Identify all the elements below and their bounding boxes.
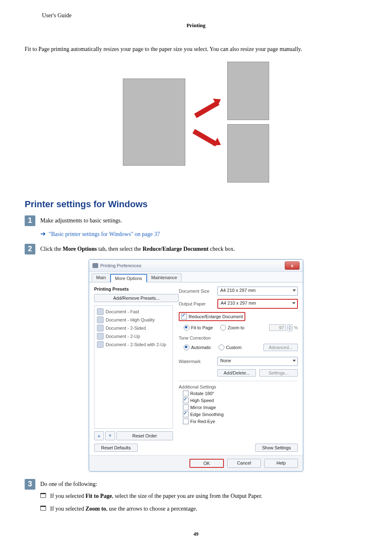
preset-icon xyxy=(97,341,104,348)
zoom-to-radio[interactable]: Zoom to xyxy=(220,325,244,331)
tone-automatic-radio[interactable]: Automatic xyxy=(184,345,211,350)
radio-icon xyxy=(219,345,224,350)
reset-order-button[interactable]: Reset Order xyxy=(116,431,173,440)
close-icon: x xyxy=(291,263,293,268)
watermark-label: Watermark xyxy=(179,359,214,364)
checkbox-icon xyxy=(181,314,187,319)
checkbox-icon xyxy=(183,398,189,403)
header-center: Printing xyxy=(25,22,367,29)
output-paper-label: Output Paper xyxy=(179,301,214,306)
printing-presets-label: Printing Presets xyxy=(94,287,173,291)
tab-more-options[interactable]: More Options xyxy=(110,274,147,282)
page-number: 49 xyxy=(25,531,367,537)
reduce-enlarge-checkbox[interactable]: Reduce/Enlarge Document xyxy=(179,312,245,321)
preset-list[interactable]: Document - Fast Document - High Quality … xyxy=(94,305,173,429)
step-2-text: Click the More Options tab, then select … xyxy=(40,244,235,253)
step-2-badge: 2 xyxy=(25,244,35,254)
step-1-text: Make adjustments to basic settings. xyxy=(40,216,160,225)
add-delete-button[interactable]: Add/Delete... xyxy=(217,369,256,377)
zoom-stepper[interactable]: ▲ ▼ xyxy=(287,324,293,331)
dialog-title: Printing Preferences xyxy=(100,263,141,268)
mirror-image-checkbox[interactable]: Mirror Image xyxy=(183,405,298,410)
checkbox-icon xyxy=(183,405,189,410)
section-title: Printer settings for Windows xyxy=(25,199,367,210)
illustration-small-stack xyxy=(227,62,269,183)
illustration-small-photo-2 xyxy=(227,124,269,183)
resize-illustration xyxy=(25,62,367,183)
step-3-text: Do one of the following: xyxy=(40,480,262,488)
watermark-select[interactable]: None xyxy=(217,357,298,366)
tab-maintenance[interactable]: Maintenance xyxy=(147,273,182,282)
radio-icon xyxy=(184,325,189,331)
move-up-button[interactable]: ▲ xyxy=(94,431,104,440)
close-button[interactable]: x xyxy=(285,261,300,270)
checkbox-icon xyxy=(183,419,189,424)
radio-icon xyxy=(184,345,189,350)
step-3-item-2: If you selected Zoom to, use the arrows … xyxy=(40,504,262,513)
output-paper-select[interactable]: A4 210 x 297 mm xyxy=(217,299,298,309)
preset-icon xyxy=(97,325,104,331)
zoom-unit-label: % xyxy=(294,325,298,330)
checkbox-icon xyxy=(183,412,189,417)
reset-defaults-button[interactable]: Reset Defaults xyxy=(94,444,138,452)
step-3-item-1: If you selected Fit to Page, select the … xyxy=(40,492,262,500)
intro-text: Fit to Page printing automatically resiz… xyxy=(25,45,367,53)
illustration-small-photo-1 xyxy=(227,62,269,120)
printing-preferences-dialog: Printing Preferences x Main More Options… xyxy=(89,259,303,472)
preset-icon xyxy=(97,333,104,340)
high-speed-checkbox[interactable]: High Speed xyxy=(183,398,298,403)
preset-icon xyxy=(97,317,104,323)
preset-item[interactable]: Document - 2-Sided with 2-Up xyxy=(96,340,171,349)
ok-button[interactable]: OK xyxy=(189,459,224,468)
rotate-180-checkbox[interactable]: Rotate 180° xyxy=(183,391,298,396)
header-left: User's Guide xyxy=(42,12,367,19)
step-1-badge: 1 xyxy=(25,215,35,226)
arrow-reduce-icon xyxy=(192,125,221,147)
step-3-badge: 3 xyxy=(25,479,35,490)
preset-item[interactable]: Document - High Quality xyxy=(96,316,171,324)
chevron-up-icon: ▲ xyxy=(287,325,292,328)
chevron-down-icon: ▼ xyxy=(287,328,292,331)
fit-to-page-radio[interactable]: Fit to Page xyxy=(184,325,213,331)
arrow-stack xyxy=(192,104,221,141)
add-remove-presets-button[interactable]: Add/Remove Presets... xyxy=(94,294,179,302)
radio-icon xyxy=(220,325,226,331)
additional-settings-label: Additional Settings xyxy=(179,384,298,389)
preset-icon xyxy=(97,308,104,315)
tone-correction-label: Tone Correction xyxy=(179,335,298,340)
advanced-button[interactable]: Advanced... xyxy=(263,344,298,351)
edge-smoothing-checkbox[interactable]: Edge Smoothing xyxy=(183,412,298,417)
preset-item[interactable]: Document - 2-Up xyxy=(96,332,171,340)
help-button[interactable]: Help xyxy=(264,459,298,468)
cancel-button[interactable]: Cancel xyxy=(227,459,261,468)
printer-icon xyxy=(92,263,98,268)
document-size-label: Document Size xyxy=(179,289,214,294)
preset-item[interactable]: Document - 2-Sided xyxy=(96,324,171,332)
move-down-button[interactable]: ▼ xyxy=(105,431,115,440)
tone-custom-radio[interactable]: Custom xyxy=(219,345,242,350)
preset-item[interactable]: Document - Fast xyxy=(96,308,171,316)
tab-main[interactable]: Main xyxy=(92,273,111,282)
arrow-enlarge-icon xyxy=(192,97,221,118)
watermark-settings-button[interactable]: Settings... xyxy=(259,369,298,377)
illustration-large-photo xyxy=(123,79,185,166)
basic-settings-link[interactable]: "Basic printer settings for Windows" on … xyxy=(49,231,160,237)
link-arrow-icon: ➜ xyxy=(40,230,46,237)
document-size-select[interactable]: A4 210 x 297 mm xyxy=(217,287,298,296)
show-settings-button[interactable]: Show Settings xyxy=(255,444,298,452)
checkbox-icon xyxy=(183,391,189,396)
fix-red-eye-checkbox[interactable]: Fix Red-Eye xyxy=(183,419,298,424)
zoom-value-input[interactable]: 97 xyxy=(269,324,286,331)
